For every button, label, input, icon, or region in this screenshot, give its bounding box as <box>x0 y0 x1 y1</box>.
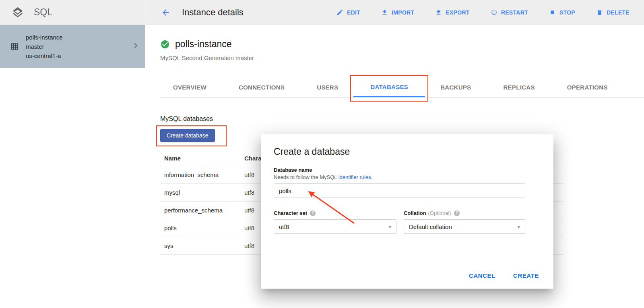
edit-icon <box>336 9 343 16</box>
top-bar: SQL Instance details EDIT IMPORT EXPORT <box>0 0 644 25</box>
cancel-button[interactable]: CANCEL <box>469 272 495 279</box>
charset-select[interactable]: utf8 ▾ <box>274 219 396 234</box>
sidebar: polls-instance master us-central1-a <box>0 25 145 308</box>
header: Instance details EDIT IMPORT EXPORT REST… <box>145 0 644 25</box>
database-name-input[interactable] <box>274 183 525 198</box>
charset-label: Character set <box>274 210 307 216</box>
instance-grid-icon <box>10 42 19 50</box>
instance-name: polls-instance <box>26 33 63 42</box>
collation-help-icon[interactable]: ? <box>454 210 460 216</box>
identifier-rules-link[interactable]: identifier rules <box>339 174 371 180</box>
create-database-button[interactable]: Create database <box>160 129 215 142</box>
delete-button[interactable]: DELETE <box>596 9 630 16</box>
header-actions: EDIT IMPORT EXPORT RESTART STOP <box>336 9 630 16</box>
delete-icon <box>596 9 603 16</box>
stop-icon <box>549 9 556 16</box>
product-name: SQL <box>34 7 52 18</box>
tab-databases[interactable]: DATABASES <box>353 77 425 97</box>
sql-product-logo-icon <box>11 6 24 19</box>
export-icon <box>435 9 442 16</box>
stop-button[interactable]: STOP <box>549 9 575 16</box>
page-title: Instance details <box>182 7 244 18</box>
collation-optional-label: (Optional) <box>428 210 451 216</box>
database-name-label: Database name <box>274 167 541 173</box>
sidebar-item-instance[interactable]: polls-instance master us-central1-a <box>0 25 145 68</box>
export-button[interactable]: EXPORT <box>435 9 469 16</box>
instance-zone: us-central1-a <box>26 51 63 60</box>
status-check-icon <box>160 40 170 49</box>
database-name-help: Needs to follow the MySQL identifier rul… <box>274 174 541 180</box>
app-root: SQL Instance details EDIT IMPORT EXPORT <box>0 0 644 308</box>
tab-overview[interactable]: OVERVIEW <box>173 77 206 97</box>
charset-help-icon[interactable]: ? <box>310 210 316 216</box>
tab-replicas[interactable]: REPLICAS <box>503 77 535 97</box>
instance-subtitle: MySQL Second Generation master <box>160 54 644 61</box>
collation-label: Collation <box>404 210 426 216</box>
instance-summary: polls-instance master us-central1-a <box>26 33 63 60</box>
chevron-right-icon <box>130 40 141 51</box>
dropdown-caret-icon: ▾ <box>517 224 520 230</box>
tab-bar: OVERVIEW CONNECTIONS USERS DATABASES BAC… <box>160 77 644 98</box>
collation-select[interactable]: Default collation ▾ <box>404 219 525 234</box>
column-header-name: Name <box>160 155 244 162</box>
edit-button[interactable]: EDIT <box>336 9 360 16</box>
tab-connections[interactable]: CONNECTIONS <box>239 77 285 97</box>
dialog-actions: CANCEL CREATE <box>469 272 539 279</box>
sidebar-divider <box>145 0 145 308</box>
restart-icon <box>491 9 497 16</box>
section-title: MySQL databases <box>160 115 644 123</box>
restart-button[interactable]: RESTART <box>491 9 528 16</box>
import-button[interactable]: IMPORT <box>381 9 414 16</box>
instance-title: polls-instance <box>175 39 232 50</box>
tab-users[interactable]: USERS <box>317 77 338 97</box>
instance-role: master <box>26 42 63 51</box>
back-button[interactable] <box>161 8 171 17</box>
create-button[interactable]: CREATE <box>513 272 539 279</box>
dropdown-caret-icon: ▾ <box>388 224 391 230</box>
back-arrow-icon <box>161 8 171 17</box>
tab-backups[interactable]: BACKUPS <box>440 77 471 97</box>
import-icon <box>381 9 388 16</box>
create-database-dialog: Create a database Database name Needs to… <box>261 134 553 289</box>
instance-header: polls-instance <box>145 25 644 50</box>
dialog-title: Create a database <box>274 146 541 157</box>
tab-operations[interactable]: OPERATIONS <box>567 77 608 97</box>
brand: SQL <box>0 0 145 25</box>
